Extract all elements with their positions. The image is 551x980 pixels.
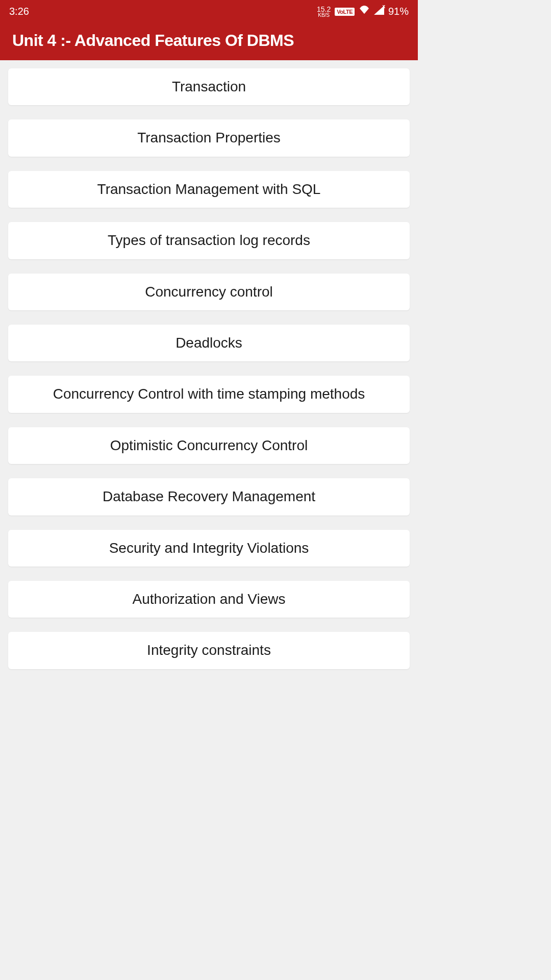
page-title: Unit 4 :- Advanced Features Of DBMS: [12, 31, 406, 50]
topic-item[interactable]: Deadlocks: [8, 325, 410, 361]
topic-item[interactable]: Transaction: [8, 68, 410, 105]
status-indicators: 15.2 KB/S VoLTE x 91%: [317, 6, 409, 18]
topics-list: Transaction Transaction Properties Trans…: [0, 60, 418, 677]
data-speed-indicator: 15.2 KB/S: [317, 6, 331, 18]
topic-item[interactable]: Types of transaction log records: [8, 222, 410, 259]
topic-item[interactable]: Concurrency Control with time stamping m…: [8, 376, 410, 412]
volte-badge: VoLTE: [335, 8, 355, 16]
topic-item[interactable]: Authorization and Views: [8, 581, 410, 618]
status-bar: 3:26 15.2 KB/S VoLTE x 91%: [0, 0, 418, 23]
app-header: Unit 4 :- Advanced Features Of DBMS: [0, 23, 418, 60]
topic-item[interactable]: Transaction Management with SQL: [8, 171, 410, 208]
topic-item[interactable]: Security and Integrity Violations: [8, 530, 410, 567]
topic-item[interactable]: Optimistic Concurrency Control: [8, 427, 410, 464]
status-time: 3:26: [9, 6, 29, 17]
wifi-icon: [359, 6, 370, 17]
signal-icon: x: [374, 6, 384, 17]
topic-item[interactable]: Database Recovery Management: [8, 478, 410, 515]
topic-item[interactable]: Concurrency control: [8, 274, 410, 310]
topic-item[interactable]: Transaction Properties: [8, 119, 410, 156]
topic-item[interactable]: Integrity constraints: [8, 632, 410, 669]
battery-percentage: 91%: [388, 6, 409, 17]
